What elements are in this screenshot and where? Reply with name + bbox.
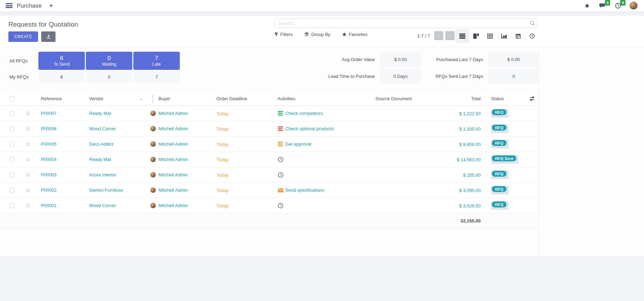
column-resize-handle[interactable] [153,94,153,103]
pivot-view-button[interactable] [483,29,497,43]
vendor-link[interactable]: Deco Addict [89,141,113,147]
header-vendor[interactable]: Vendor ⌄ [84,96,147,101]
export-button[interactable] [41,31,55,42]
reference-link[interactable]: P00006 [35,126,84,131]
reference-link[interactable]: P00002 [35,188,84,193]
table-row[interactable]: ☆ P00006 Wood Corner Mitchell Admin Toda… [0,121,539,137]
late-card[interactable]: 7 Late [133,52,180,70]
apps-menu-icon[interactable] [6,3,13,8]
my-waiting-cell[interactable]: 0 [86,71,132,83]
activity-label[interactable]: Check competitors [285,111,323,116]
row-checkbox[interactable] [9,172,14,177]
favorite-star-icon[interactable]: ☆ [21,156,35,163]
favorites-button[interactable]: Favorites [342,32,367,37]
create-button[interactable]: CREATE [8,31,38,42]
reference-link[interactable]: P00004 [35,157,84,162]
buyer-cell[interactable]: Mitchell Admin [147,126,213,132]
vendor-link[interactable]: Ready Mat [89,157,111,162]
app-title[interactable]: Purchase [17,2,42,9]
favorite-star-icon[interactable]: ☆ [21,186,35,194]
buyer-link[interactable]: Mitchell Admin [158,203,188,208]
my-late-cell[interactable]: 7 [133,71,180,83]
search-icon[interactable] [530,21,535,26]
table-row[interactable]: ☆ P00002 Gemini Furniture Mitchell Admin… [0,183,539,198]
messages-icon[interactable]: 5 [599,2,606,9]
search-input[interactable] [274,19,538,28]
filters-button[interactable]: Filters [274,32,293,37]
activity-cell[interactable] [274,156,354,162]
activity-view-button[interactable] [525,29,539,43]
header-source-document[interactable]: Source Document [354,96,433,101]
header-order-deadline[interactable]: Order Deadline [213,96,274,101]
activity-cell[interactable]: Check optional products [274,126,354,132]
activity-cell[interactable]: Check competitors [274,110,354,116]
buyer-cell[interactable]: Mitchell Admin [147,110,213,116]
table-row[interactable]: ☆ P00004 Ready Mat Mitchell Admin Today … [0,152,539,167]
list-view-button[interactable] [455,29,469,43]
buyer-cell[interactable]: Mitchell Admin [147,203,213,208]
waiting-card[interactable]: 0 Waiting [86,52,132,70]
vendor-link[interactable]: Wood Corner [89,126,116,131]
favorite-star-icon[interactable]: ☆ [21,171,35,178]
to-send-card[interactable]: 6 To Send [38,52,85,70]
table-row[interactable]: ☆ P00003 Azure Interior Mitchell Admin T… [0,167,539,183]
table-row[interactable]: ☆ P00007 Ready Mat Mitchell Admin Today … [0,106,539,121]
header-reference[interactable]: Reference [35,96,84,101]
pager-next-button[interactable]: › [445,31,454,40]
row-checkbox[interactable] [9,126,14,131]
buyer-cell[interactable]: Mitchell Admin [147,141,213,147]
my-to-send-cell[interactable]: 6 [38,71,85,83]
graph-view-button[interactable] [497,29,511,43]
buyer-link[interactable]: Mitchell Admin [158,188,188,193]
header-activities[interactable]: Activities [274,96,354,101]
row-checkbox[interactable] [9,188,14,193]
activity-cell[interactable]: Get approval [274,141,354,147]
favorite-star-icon[interactable]: ☆ [21,125,35,132]
table-row[interactable]: ☆ P00001 Wood Corner Mitchell Admin Toda… [0,198,539,213]
favorite-star-icon[interactable]: ☆ [21,110,35,117]
reference-link[interactable]: P00005 [35,141,84,147]
buyer-link[interactable]: Mitchell Admin [158,172,188,177]
header-total[interactable]: Total [433,96,484,101]
reference-link[interactable]: P00001 [35,203,84,208]
vendor-link[interactable]: Gemini Furniture [89,188,123,193]
activities-clock-icon[interactable]: 9 [614,2,622,9]
header-buyer[interactable]: Buyer [147,94,213,103]
reference-link[interactable]: P00003 [35,172,84,177]
row-checkbox[interactable] [9,111,14,116]
debug-bug-icon[interactable] [583,2,591,9]
activity-cell[interactable]: Send specifications [274,187,354,193]
optional-columns-icon[interactable] [525,96,539,101]
new-tab-plus-button[interactable]: + [49,2,53,9]
activity-cell[interactable] [274,172,354,178]
buyer-link[interactable]: Mitchell Admin [158,126,188,131]
favorite-star-icon[interactable]: ☆ [21,140,35,148]
pager-previous-button[interactable]: ‹ [434,31,443,40]
buyer-cell[interactable]: Mitchell Admin [147,172,213,178]
buyer-link[interactable]: Mitchell Admin [158,157,188,162]
messages-count-badge: 5 [605,0,610,6]
row-checkbox[interactable] [9,203,14,208]
activity-label[interactable]: Get approval [285,141,311,147]
buyer-cell[interactable]: Mitchell Admin [147,187,213,193]
activity-label[interactable]: Check optional products [285,126,334,131]
user-avatar[interactable] [629,1,638,10]
row-checkbox[interactable] [9,157,14,162]
favorite-star-icon[interactable]: ☆ [21,202,35,209]
reference-link[interactable]: P00007 [35,111,84,116]
vendor-link[interactable]: Azure Interior [89,172,116,177]
row-checkbox[interactable] [9,142,14,147]
group-by-button[interactable]: Group By [304,32,330,37]
buyer-cell[interactable]: Mitchell Admin [147,156,213,162]
kanban-view-button[interactable] [469,29,483,43]
vendor-link[interactable]: Ready Mat [89,111,111,116]
table-row[interactable]: ☆ P00005 Deco Addict Mitchell Admin Toda… [0,137,539,152]
select-all-checkbox[interactable] [9,96,14,101]
calendar-view-button[interactable] [511,29,525,43]
vendor-link[interactable]: Wood Corner [89,203,116,208]
activity-cell[interactable] [274,203,354,208]
activity-label[interactable]: Send specifications [285,188,324,193]
buyer-link[interactable]: Mitchell Admin [158,141,188,147]
buyer-link[interactable]: Mitchell Admin [158,111,188,116]
header-status[interactable]: Status [484,96,525,101]
